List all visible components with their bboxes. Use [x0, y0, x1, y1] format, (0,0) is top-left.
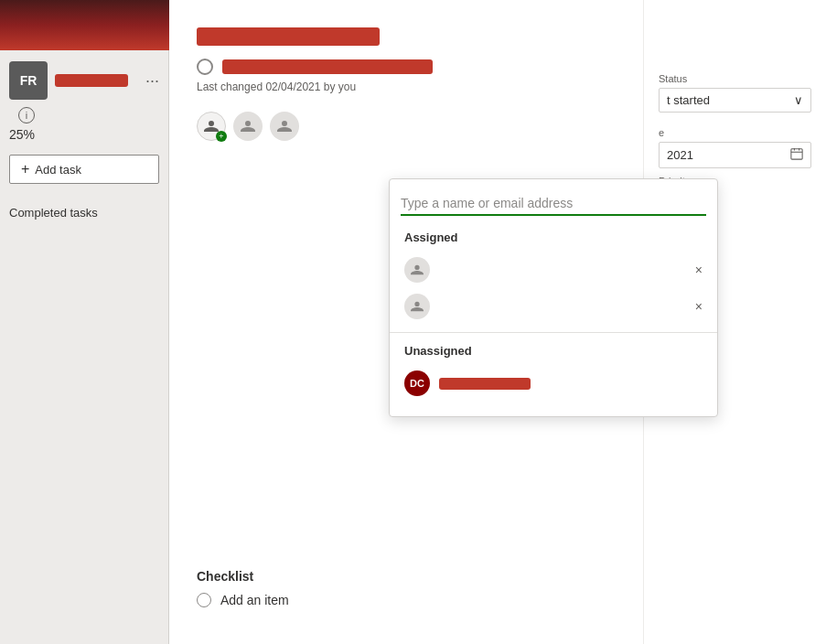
assign-people-button[interactable]: +: [197, 112, 226, 141]
add-task-button[interactable]: + Add task: [9, 155, 159, 184]
add-item-row[interactable]: Add an item: [197, 593, 289, 607]
user-name-redacted: [55, 74, 128, 87]
unassigned-dc-avatar: DC: [404, 370, 430, 396]
due-date-field[interactable]: 2021: [659, 142, 811, 168]
status-value: t started: [667, 93, 710, 107]
date-field-label: e: [659, 127, 811, 138]
sidebar: FR ··· i 25% + Add task Completed tasks: [0, 0, 169, 644]
assigned-user-2-row[interactable]: ×: [390, 288, 717, 325]
plus-badge: +: [216, 131, 227, 142]
task-title-redacted: [197, 27, 380, 46]
assigned-user-1-avatar: [404, 257, 430, 283]
add-task-label: Add task: [35, 163, 81, 177]
date-value: 2021: [667, 148, 693, 162]
person-1-icon: [241, 119, 255, 134]
assigned-user-1-icon: [411, 263, 424, 276]
svg-rect-0: [791, 149, 802, 159]
assigned-section-label: Assigned: [390, 227, 717, 252]
status-chevron-icon: ∨: [794, 93, 803, 107]
unassigned-dc-name-redacted: [439, 378, 531, 390]
assigned-person-2-avatar[interactable]: [270, 112, 299, 141]
status-dropdown[interactable]: t started ∨: [659, 88, 811, 113]
sidebar-header-image: [0, 0, 169, 50]
avatar: FR: [9, 61, 48, 100]
calendar-icon: [790, 147, 803, 163]
assigned-user-2-icon: [411, 300, 424, 313]
remove-user-1-button[interactable]: ×: [695, 263, 703, 277]
task-name-redacted: [222, 59, 433, 74]
task-checkbox[interactable]: [197, 59, 213, 75]
plus-icon: +: [21, 161, 29, 177]
info-icon[interactable]: i: [18, 107, 35, 123]
add-item-radio[interactable]: [197, 593, 211, 607]
dropdown-divider: [390, 332, 717, 333]
assigned-user-1-row[interactable]: ×: [390, 252, 717, 288]
status-field-label: Status: [659, 73, 811, 84]
assign-dropdown: Assigned × × Unassi: [389, 178, 718, 417]
more-options-icon[interactable]: ···: [145, 71, 159, 91]
assigned-person-1-avatar[interactable]: [233, 112, 263, 141]
unassigned-user-dc-row[interactable]: DC: [390, 365, 717, 402]
add-item-text[interactable]: Add an item: [220, 593, 289, 607]
assign-search-input[interactable]: [401, 190, 706, 216]
completed-tasks-label: Completed tasks: [0, 199, 168, 227]
unassigned-section-label: Unassigned: [390, 340, 717, 365]
assigned-user-2-avatar: [404, 294, 430, 319]
person-2-icon: [277, 119, 292, 134]
remove-user-2-button[interactable]: ×: [695, 299, 703, 314]
checklist-section: Checklist Add an item: [197, 569, 289, 607]
checklist-label: Checklist: [197, 569, 289, 584]
progress-label: 25%: [0, 123, 168, 151]
assign-person-icon: [204, 119, 219, 134]
sidebar-avatar-area: FR ···: [0, 50, 168, 105]
